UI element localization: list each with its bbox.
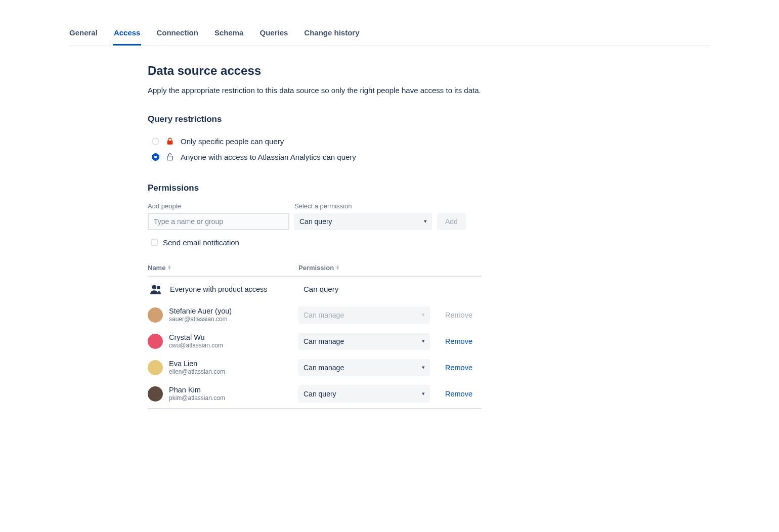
restriction-label: Only specific people can query [181,137,284,146]
user-name: Stefanie Auer (you) [169,307,232,315]
add-button[interactable]: Add [437,213,466,230]
column-header-name-label: Name [148,264,165,272]
tabs-bar: GeneralAccessConnectionSchemaQueriesChan… [68,25,711,46]
sort-icon: ▲▼ [335,265,340,271]
column-header-name[interactable]: Name ▲▼ [148,264,298,272]
chevron-down-icon: ▾ [422,312,425,318]
permission-select: Can manage▾ [298,306,430,324]
user-name: Everyone with product access [170,285,268,293]
chevron-down-icon: ▾ [422,338,425,344]
user-name: Crystal Wu [169,333,223,341]
restriction-label: Anyone with access to Atlassian Analytic… [181,153,356,161]
chevron-down-icon: ▾ [422,364,425,371]
chevron-down-icon: ▾ [422,390,425,397]
page-title: Data source access [148,64,482,78]
permission-value: Can manage [304,337,344,345]
select-permission-value: Can query [299,217,332,226]
permission-value: Can query [298,285,435,293]
radio-button[interactable] [152,153,159,161]
remove-link: Remove [445,311,472,319]
permission-select[interactable]: Can query▾ [298,385,430,403]
table-row: Everyone with product accessCan query [148,277,482,302]
restriction-option[interactable]: Only specific people can query [148,134,482,149]
add-people-label: Add people [148,202,289,210]
select-permission-dropdown[interactable]: Can query ▾ [294,213,432,230]
column-header-permission[interactable]: Permission ▲▼ [298,264,435,272]
table-row: Stefanie Auer (you)sauer@atlassian.comCa… [148,302,482,328]
avatar [148,334,163,349]
tab-schema[interactable]: Schema [213,25,245,40]
permission-select[interactable]: Can manage▾ [298,359,430,376]
permission-value: Can manage [304,311,344,319]
remove-link[interactable]: Remove [445,337,472,345]
group-icon [148,281,164,297]
avatar [148,360,163,375]
restriction-option[interactable]: Anyone with access to Atlassian Analytic… [148,149,482,165]
send-email-label: Send email notification [163,238,239,247]
add-button-label: Add [445,217,458,226]
table-row: Eva Lienelien@atlassian.comCan manage▾Re… [148,354,482,381]
tab-change-history[interactable]: Change history [303,25,360,40]
query-restrictions-heading: Query restrictions [148,114,482,124]
remove-link[interactable]: Remove [445,364,472,372]
tab-access[interactable]: Access [113,25,142,46]
permission-value: Can manage [304,364,344,372]
svg-rect-0 [167,156,173,160]
table-row: Crystal Wucwu@atlassian.comCan manage▾Re… [148,328,482,354]
chevron-down-icon: ▾ [424,218,427,225]
select-permission-label: Select a permission [294,202,432,210]
tab-connection[interactable]: Connection [155,25,199,40]
avatar [148,386,163,402]
permission-select[interactable]: Can manage▾ [298,333,430,350]
user-email: cwu@atlassian.com [169,342,223,349]
tab-general[interactable]: General [68,25,99,40]
add-people-input[interactable] [148,213,289,230]
user-name: Phan Kim [169,386,225,394]
user-email: sauer@atlassian.com [169,316,232,323]
column-header-permission-label: Permission [298,264,334,272]
remove-link[interactable]: Remove [445,390,472,398]
send-email-checkbox[interactable] [151,239,158,246]
user-email: pkim@atlassian.com [169,394,225,402]
svg-point-2 [157,286,160,289]
sort-icon: ▲▼ [167,265,171,271]
user-name: Eva Lien [169,360,225,368]
permission-value: Can query [304,390,336,398]
lock-icon [165,137,175,145]
user-email: elien@atlassian.com [169,368,225,375]
radio-button[interactable] [152,138,159,145]
table-row: Phan Kimpkim@atlassian.comCan query▾Remo… [148,381,482,407]
svg-point-1 [152,285,156,289]
avatar [148,307,163,323]
unlock-icon [165,153,175,161]
page-description: Apply the appropriate restriction to thi… [148,85,482,96]
tab-queries[interactable]: Queries [258,25,289,40]
permissions-heading: Permissions [148,183,482,193]
